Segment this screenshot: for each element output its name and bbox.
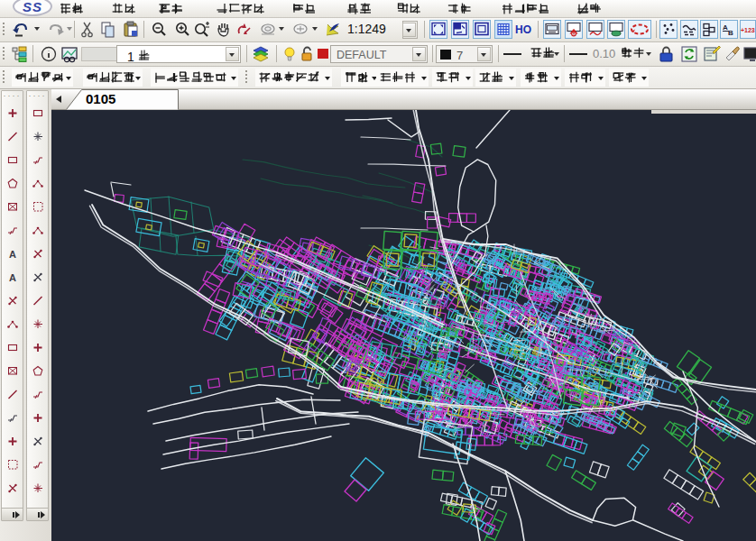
- svg-text:A: A: [9, 272, 16, 283]
- svg-text:+123: +123: [741, 27, 755, 33]
- svg-text:B: B: [728, 29, 733, 37]
- svg-text:A: A: [9, 249, 16, 260]
